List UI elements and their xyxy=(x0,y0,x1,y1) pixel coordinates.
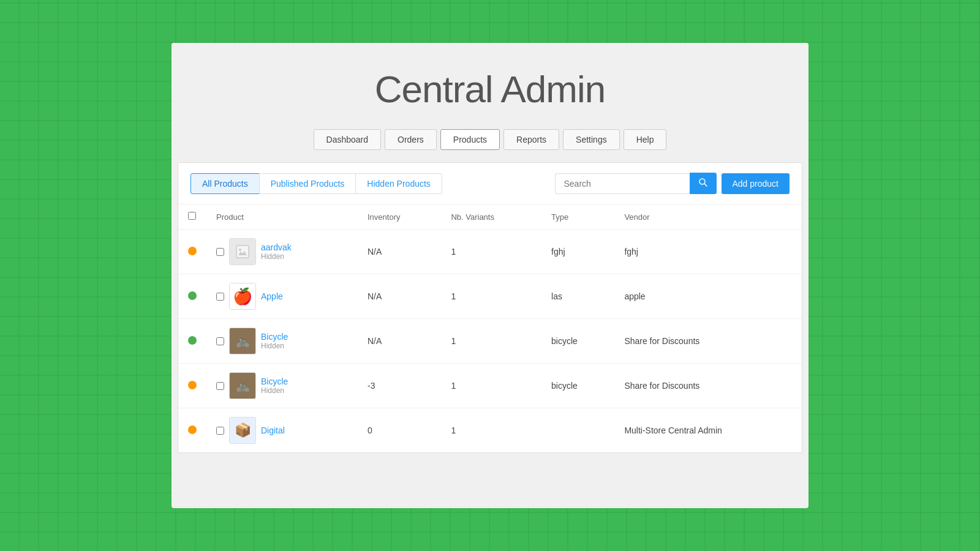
product-name-link[interactable]: Digital xyxy=(261,425,285,435)
nav-btn-orders[interactable]: Orders xyxy=(385,129,437,150)
status-dot xyxy=(188,381,197,389)
row-status-cell xyxy=(178,319,206,364)
row-inventory: 0 xyxy=(358,408,441,453)
row-type xyxy=(541,408,614,453)
tab-all-products[interactable]: All Products xyxy=(190,173,260,194)
row-variants: 1 xyxy=(441,274,541,319)
row-checkbox[interactable] xyxy=(216,382,224,390)
table-row: aardvak Hidden N/A 1 fghj fghj xyxy=(178,230,802,274)
search-group: Add product xyxy=(555,173,790,194)
product-name-link[interactable]: Apple xyxy=(261,291,283,301)
row-product-cell: 🍎 Apple xyxy=(206,274,358,319)
row-inventory: N/A xyxy=(358,230,441,274)
svg-rect-2 xyxy=(236,246,249,258)
row-product-cell: 🚲 Bicycle Hidden xyxy=(206,364,358,408)
row-checkbox[interactable] xyxy=(216,248,224,256)
row-product-cell: 🚲 Bicycle Hidden xyxy=(206,319,358,364)
product-thumbnail: 🚲 xyxy=(229,328,256,354)
toolbar: All ProductsPublished ProductsHidden Pro… xyxy=(178,163,802,204)
row-inventory: N/A xyxy=(358,319,441,364)
col-header-type: Type xyxy=(541,204,614,230)
tab-published-products[interactable]: Published Products xyxy=(259,173,356,194)
status-dot xyxy=(188,247,197,255)
row-vendor: apple xyxy=(614,274,802,319)
product-status: Hidden xyxy=(261,386,288,395)
product-info: aardvak Hidden xyxy=(261,242,292,261)
product-info: Bicycle Hidden xyxy=(261,377,288,395)
search-button[interactable] xyxy=(690,173,717,194)
row-status-cell xyxy=(178,408,206,453)
row-vendor: Multi-Store Central Admin xyxy=(614,408,802,453)
row-checkbox[interactable] xyxy=(216,293,224,301)
row-vendor: Share for Discounts xyxy=(614,364,802,408)
select-all-header xyxy=(178,204,206,230)
row-variants: 1 xyxy=(441,408,541,453)
svg-point-0 xyxy=(699,179,705,184)
header: Central Admin xyxy=(172,43,809,123)
col-header-vendor: Vendor xyxy=(614,204,802,230)
content-panel: All ProductsPublished ProductsHidden Pro… xyxy=(178,162,802,453)
svg-line-1 xyxy=(704,184,707,187)
table-row: 🚲 Bicycle Hidden -3 1 bicycle Share for … xyxy=(178,364,802,408)
tab-group: All ProductsPublished ProductsHidden Pro… xyxy=(190,173,442,194)
row-checkbox[interactable] xyxy=(216,427,224,435)
row-inventory: -3 xyxy=(358,364,441,408)
product-thumbnail: 🚲 xyxy=(229,372,256,399)
status-dot xyxy=(188,336,197,345)
svg-point-3 xyxy=(239,249,241,251)
product-thumbnail: 🍎 xyxy=(229,283,256,310)
row-type: fghj xyxy=(541,230,614,274)
product-thumbnail xyxy=(229,238,256,265)
row-status-cell xyxy=(178,230,206,274)
app-title: Central Admin xyxy=(184,67,796,111)
product-name-link[interactable]: aardvak xyxy=(261,242,292,252)
col-header-product: Product xyxy=(206,204,358,230)
row-type: bicycle xyxy=(541,364,614,408)
table-row: 📦 Digital 0 1 Multi-Store Central Admin xyxy=(178,408,802,453)
nav-btn-settings[interactable]: Settings xyxy=(563,129,620,150)
status-dot xyxy=(188,425,197,434)
row-checkbox[interactable] xyxy=(216,337,224,345)
col-header-inventory: Inventory xyxy=(358,204,441,230)
products-table: Product Inventory Nb. Variants Type Vend… xyxy=(178,204,802,452)
row-vendor: Share for Discounts xyxy=(614,319,802,364)
search-input[interactable] xyxy=(555,173,690,194)
product-info: Digital xyxy=(261,425,285,435)
product-name-link[interactable]: Bicycle xyxy=(261,332,288,342)
row-variants: 1 xyxy=(441,364,541,408)
row-product-cell: 📦 Digital xyxy=(206,408,358,453)
row-status-cell xyxy=(178,364,206,408)
row-product-cell: aardvak Hidden xyxy=(206,230,358,274)
product-status: Hidden xyxy=(261,252,292,261)
product-name-link[interactable]: Bicycle xyxy=(261,377,288,386)
nav-btn-reports[interactable]: Reports xyxy=(503,129,559,150)
status-dot xyxy=(188,291,197,300)
row-variants: 1 xyxy=(441,319,541,364)
row-type: las xyxy=(541,274,614,319)
col-header-variants: Nb. Variants xyxy=(441,204,541,230)
row-variants: 1 xyxy=(441,230,541,274)
nav-btn-products[interactable]: Products xyxy=(440,129,500,150)
table-row: 🚲 Bicycle Hidden N/A 1 bicycle Share for… xyxy=(178,319,802,364)
main-container: Central Admin DashboardOrdersProductsRep… xyxy=(172,43,809,508)
nav-btn-dashboard[interactable]: Dashboard xyxy=(314,129,382,150)
row-vendor: fghj xyxy=(614,230,802,274)
row-inventory: N/A xyxy=(358,274,441,319)
row-status-cell xyxy=(178,274,206,319)
product-info: Apple xyxy=(261,291,283,301)
table-row: 🍎 Apple N/A 1 las apple xyxy=(178,274,802,319)
add-product-button[interactable]: Add product xyxy=(722,173,790,194)
tab-hidden-products[interactable]: Hidden Products xyxy=(355,173,442,194)
product-thumbnail: 📦 xyxy=(229,417,256,444)
nav-btn-help[interactable]: Help xyxy=(624,129,667,150)
product-status: Hidden xyxy=(261,342,288,350)
main-nav: DashboardOrdersProductsReportsSettingsHe… xyxy=(172,123,809,162)
search-icon xyxy=(699,178,707,187)
product-info: Bicycle Hidden xyxy=(261,332,288,350)
select-all-checkbox[interactable] xyxy=(188,212,196,220)
row-type: bicycle xyxy=(541,319,614,364)
